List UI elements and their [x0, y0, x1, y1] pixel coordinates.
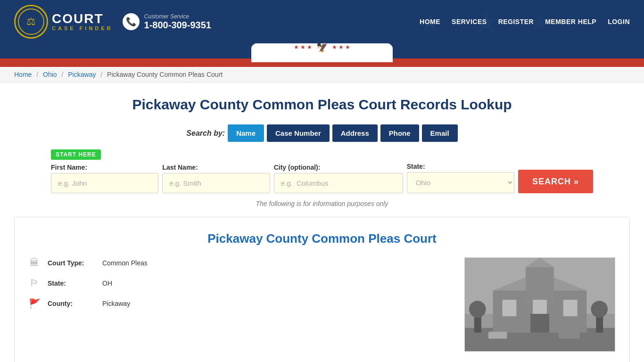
site-header: ★ ★ ★ ★ ★ ⚖ COURT CASE FINDER 📞 Customer…	[0, 0, 644, 43]
last-name-label: Last Name:	[162, 164, 270, 171]
court-card: Pickaway County Common Pleas Court 🏛 Cou…	[14, 217, 630, 362]
detail-row-court-type: 🏛 Court Type: Common Pleas	[29, 257, 464, 268]
tab-address[interactable]: Address	[332, 124, 378, 142]
last-name-input[interactable]	[162, 173, 270, 193]
court-type-value: Common Pleas	[102, 259, 148, 267]
tab-email[interactable]: Email	[422, 124, 458, 142]
state-select[interactable]: Ohio	[407, 172, 514, 193]
breadcrumb-sep-1: /	[36, 71, 38, 78]
courthouse-svg	[465, 257, 615, 352]
court-card-title: Pickaway County Common Pleas Court	[29, 231, 615, 246]
search-button[interactable]: SEARCH »	[518, 170, 593, 193]
search-form-area: START HERE First Name: Last Name: City (…	[51, 149, 593, 193]
court-type-label: Court Type:	[48, 259, 95, 267]
nav-register[interactable]: REGISTER	[498, 18, 534, 25]
state-detail-value: OH	[102, 280, 112, 287]
page-title: Pickaway County Common Pleas Court Recor…	[14, 97, 630, 113]
tab-phone[interactable]: Phone	[380, 124, 419, 142]
logo-court-text: COURT	[52, 12, 113, 25]
breadcrumb-ohio[interactable]: Ohio	[43, 71, 57, 78]
state-group: State: Ohio	[407, 163, 514, 193]
nav-login[interactable]: LOGIN	[608, 18, 630, 25]
svg-point-14	[591, 301, 608, 318]
search-button-text: SEARCH »	[532, 177, 579, 187]
phone-text: Customer Service 1-800-309-9351	[144, 13, 211, 31]
court-type-icon: 🏛	[29, 257, 40, 268]
court-details-table: 🏛 Court Type: Common Pleas 🏳 State: OH 🚩…	[29, 257, 464, 319]
nav-member-help[interactable]: MEMBER HELP	[545, 18, 596, 25]
ribbon-eagle-area: ★ ★ ★ 🦅 ★ ★ ★	[294, 43, 350, 53]
detail-row-county: 🚩 County: Pickaway	[29, 298, 464, 309]
ribbon-stars-left: ★ ★ ★	[294, 44, 313, 50]
ribbon-stars-right: ★ ★ ★	[332, 44, 351, 50]
svg-rect-16	[559, 332, 580, 339]
svg-rect-5	[526, 267, 554, 305]
logo-case-finder-text: CASE FINDER	[52, 25, 113, 31]
main-content: Pickaway County Common Pleas Court Recor…	[0, 82, 644, 362]
svg-rect-9	[563, 300, 578, 316]
search-by-label: Search by:	[186, 129, 225, 138]
city-label: City (optional):	[274, 164, 403, 171]
svg-point-12	[469, 301, 486, 318]
eagle-icon: 🦅	[316, 43, 328, 53]
first-name-label: First Name:	[51, 164, 158, 171]
first-name-group: First Name:	[51, 164, 158, 193]
site-logo[interactable]: ⚖ COURT CASE FINDER	[14, 5, 113, 39]
customer-service-label: Customer Service	[144, 13, 211, 20]
logo-text: COURT CASE FINDER	[52, 12, 113, 31]
svg-rect-7	[503, 300, 517, 316]
last-name-group: Last Name:	[162, 164, 270, 193]
state-detail-label: State:	[48, 280, 95, 287]
phone-section: 📞 Customer Service 1-800-309-9351	[123, 13, 211, 31]
detail-row-state: 🏳 State: OH	[29, 278, 464, 288]
breadcrumb: Home / Ohio / Pickaway / Pickaway County…	[0, 67, 644, 82]
ribbon-arch: ★ ★ ★ 🦅 ★ ★ ★	[251, 43, 393, 62]
breadcrumb-sep-3: /	[100, 71, 102, 78]
logo-circle: ⚖	[14, 5, 48, 39]
breadcrumb-sep-2: /	[62, 71, 64, 78]
county-value: Pickaway	[102, 300, 130, 307]
svg-rect-15	[488, 332, 507, 339]
main-nav: HOME SERVICES REGISTER MEMBER HELP LOGIN	[420, 18, 630, 25]
state-label: State:	[407, 163, 514, 170]
state-icon: 🏳	[29, 278, 40, 288]
breadcrumb-pickaway[interactable]: Pickaway	[68, 71, 96, 78]
breadcrumb-current: Pickaway County Common Pleas Court	[107, 71, 223, 78]
logo-icon: ⚖	[18, 8, 44, 35]
start-here-badge: START HERE	[51, 149, 101, 160]
phone-number: 1-800-309-9351	[144, 20, 211, 31]
svg-rect-10	[530, 314, 549, 333]
court-image	[464, 257, 615, 352]
info-note: The following is for information purpose…	[14, 200, 630, 207]
search-by-row: Search by: Name Case Number Address Phon…	[14, 124, 630, 142]
svg-rect-8	[533, 300, 547, 316]
city-input[interactable]	[274, 173, 403, 193]
phone-icon: 📞	[123, 13, 140, 30]
nav-home[interactable]: HOME	[420, 18, 440, 25]
tab-name[interactable]: Name	[228, 124, 264, 142]
county-label: County:	[48, 300, 95, 307]
city-group: City (optional):	[274, 164, 403, 193]
header-left: ⚖ COURT CASE FINDER 📞 Customer Service 1…	[14, 5, 211, 39]
court-details-row: 🏛 Court Type: Common Pleas 🏳 State: OH 🚩…	[29, 257, 615, 352]
ribbon-decoration: ★ ★ ★ 🦅 ★ ★ ★	[0, 43, 644, 67]
tab-case-number[interactable]: Case Number	[267, 124, 330, 142]
county-icon: 🚩	[29, 298, 40, 309]
first-name-input[interactable]	[51, 173, 158, 193]
nav-services[interactable]: SERVICES	[452, 18, 487, 25]
breadcrumb-home[interactable]: Home	[14, 71, 32, 78]
search-form-row: First Name: Last Name: City (optional): …	[51, 163, 593, 193]
